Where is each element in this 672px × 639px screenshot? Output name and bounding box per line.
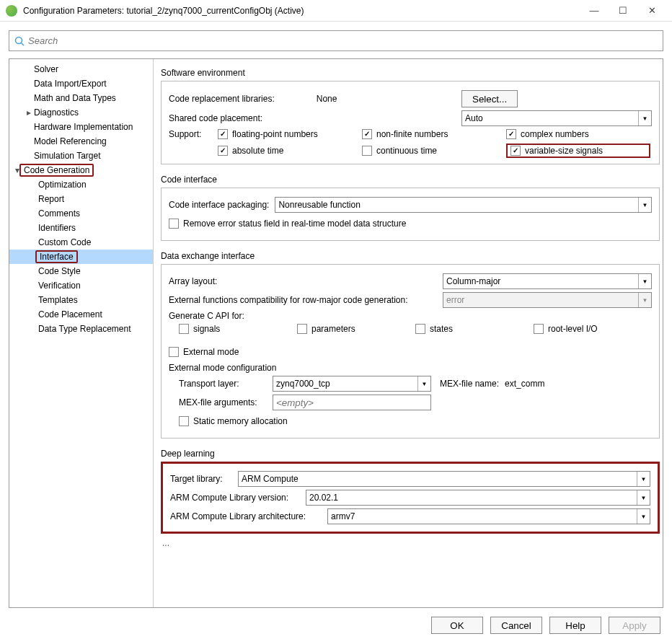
opt-float[interactable]: floating-point numbers xyxy=(218,129,362,139)
search-icon xyxy=(14,35,25,47)
capi-signals[interactable]: signals xyxy=(179,324,297,334)
tree-item-comments[interactable]: Comments xyxy=(9,206,153,221)
tree-item-simulation-target[interactable]: Simulation Target xyxy=(9,149,153,163)
opt-complex[interactable]: complex numbers xyxy=(506,129,650,139)
tree-item-templates[interactable]: Templates xyxy=(9,293,153,307)
select-libraries-button[interactable]: Select... xyxy=(461,90,518,107)
tree-item-interface[interactable]: Interface xyxy=(9,250,153,264)
arm-arch-select[interactable]: armv7▼ xyxy=(327,508,650,524)
opt-extmode[interactable]: External mode xyxy=(169,344,652,360)
target-lib-label: Target library: xyxy=(170,474,232,484)
titlebar: Configuration Parameters: tutorial_2/zyn… xyxy=(0,0,672,22)
minimize-button[interactable]: — xyxy=(580,2,609,19)
opt-abstime[interactable]: absolute time xyxy=(218,146,362,156)
cancel-button[interactable]: Cancel xyxy=(490,617,542,634)
more-config-ellipsis[interactable]: ... xyxy=(162,538,660,548)
pkg-select[interactable]: Nonreusable function▼ xyxy=(275,197,652,213)
tree-item-report[interactable]: Report xyxy=(9,192,153,206)
capi-states[interactable]: states xyxy=(415,324,534,334)
maximize-button[interactable]: ☐ xyxy=(609,2,637,19)
tree-item-custom-code[interactable]: Custom Code xyxy=(9,235,153,250)
section-title-codeif: Code interface xyxy=(161,175,660,185)
opt-static-alloc[interactable]: Static memory allocation xyxy=(179,413,652,429)
tree-item-verification[interactable]: Verification xyxy=(9,278,153,293)
help-button[interactable]: Help xyxy=(549,617,601,634)
capi-params[interactable]: parameters xyxy=(297,324,415,334)
content-pane: Software environment Code replacement li… xyxy=(154,59,663,607)
pkg-label: Code interface packaging: xyxy=(169,200,269,210)
genc-label: Generate C API for: xyxy=(169,311,652,321)
app-icon xyxy=(6,5,17,17)
opt-remove-err[interactable]: Remove error status field in real-time m… xyxy=(169,216,652,232)
mexargs-label: MEX-file arguments: xyxy=(179,397,267,407)
tree-item-math-and-data-types[interactable]: Math and Data Types xyxy=(9,91,153,105)
tree-item-solver[interactable]: Solver xyxy=(9,62,153,76)
panel-deeplearning: Target library: ARM Compute▼ ARM Compute… xyxy=(161,462,660,534)
support-label: Support: xyxy=(169,129,212,139)
tree-item-diagnostics[interactable]: ▸Diagnostics xyxy=(9,105,153,120)
panel-dataex: Array layout: Column-major▼ External fun… xyxy=(161,264,660,439)
opt-contime[interactable]: continuous time xyxy=(362,146,506,156)
mexargs-input[interactable] xyxy=(273,395,431,410)
arm-ver-label: ARM Compute Library version: xyxy=(170,493,300,503)
opt-nonfinite[interactable]: non-finite numbers xyxy=(362,129,506,139)
tree-item-optimization[interactable]: Optimization xyxy=(9,177,153,192)
dialog-footer: OK Cancel Help Apply xyxy=(0,608,672,634)
shared-code-select[interactable]: Auto▼ xyxy=(461,110,652,126)
opt-varsize[interactable]: variable-size signals xyxy=(506,144,650,158)
target-lib-select[interactable]: ARM Compute▼ xyxy=(238,471,650,487)
arm-arch-label: ARM Compute Library architecture: xyxy=(170,511,322,521)
tree-item-hardware-implementation[interactable]: Hardware Implementation xyxy=(9,120,153,134)
array-label: Array layout: xyxy=(169,276,217,286)
panel-codeif: Code interface packaging: Nonreusable fu… xyxy=(161,188,660,241)
svg-line-1 xyxy=(22,43,25,45)
tree-item-code-generation[interactable]: ▾Code Generation xyxy=(9,163,153,177)
code-repl-label: Code replacement libraries: xyxy=(169,94,275,104)
search-wrap[interactable] xyxy=(9,30,663,51)
section-title-deep: Deep learning xyxy=(161,449,660,459)
mexname-label: MEX-file name: xyxy=(440,379,499,389)
transport-label: Transport layer: xyxy=(179,379,267,389)
panel-softenv: Code replacement libraries: None Select.… xyxy=(161,81,660,164)
extfn-label: External functions compatibility for row… xyxy=(169,295,408,305)
array-select[interactable]: Column-major▼ xyxy=(443,273,652,289)
tree-item-code-placement[interactable]: Code Placement xyxy=(9,307,153,322)
svg-point-0 xyxy=(16,37,22,43)
mexname-value: ext_comm xyxy=(505,379,544,389)
tree-item-identifiers[interactable]: Identifiers xyxy=(9,221,153,235)
window-title: Configuration Parameters: tutorial_2/zyn… xyxy=(23,6,580,16)
transport-select[interactable]: zynq7000_tcp▼ xyxy=(273,376,431,392)
tree-item-data-import-export[interactable]: Data Import/Export xyxy=(9,76,153,91)
arm-ver-select[interactable]: 20.02.1▼ xyxy=(306,490,650,506)
close-button[interactable]: ✕ xyxy=(637,2,666,19)
tree-item-data-type-replacement[interactable]: Data Type Replacement xyxy=(9,322,153,336)
apply-button[interactable]: Apply xyxy=(609,617,660,634)
section-title-softenv: Software environment xyxy=(161,68,660,78)
ok-button[interactable]: OK xyxy=(431,617,483,634)
chevron-icon: ▸ xyxy=(25,107,32,118)
extmode-cfg-label: External mode configuration xyxy=(169,363,652,373)
shared-code-label: Shared code placement: xyxy=(169,113,262,123)
capi-root[interactable]: root-level I/O xyxy=(534,324,652,334)
tree-item-code-style[interactable]: Code Style xyxy=(9,264,153,278)
extfn-select: error▼ xyxy=(443,292,652,308)
search-input[interactable] xyxy=(25,32,658,49)
code-repl-value: None xyxy=(317,94,337,104)
nav-tree: SolverData Import/ExportMath and Data Ty… xyxy=(9,59,154,607)
section-title-dataex: Data exchange interface xyxy=(161,251,660,261)
tree-item-model-referencing[interactable]: Model Referencing xyxy=(9,134,153,149)
